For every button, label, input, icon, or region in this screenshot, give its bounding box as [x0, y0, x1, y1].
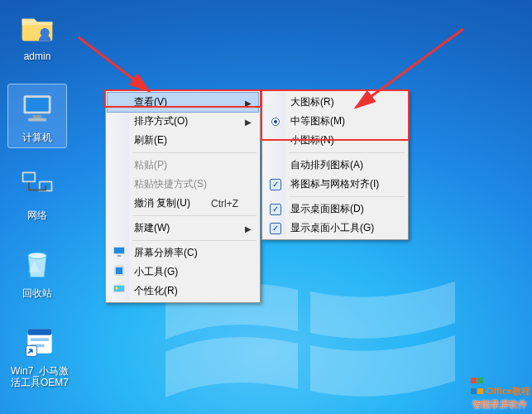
menu-item-label: 排序方式(O)	[134, 114, 188, 128]
user-folder-icon	[17, 7, 57, 46]
desktop-icon-label: admin	[8, 50, 66, 63]
svg-rect-19	[116, 267, 122, 274]
desktop-icon-computer[interactable]: 计算机	[8, 84, 66, 147]
desktop-icon-label: 回收站	[8, 286, 66, 300]
watermark-text: 智能录屏软件	[472, 398, 527, 411]
desktop[interactable]: admin 计算机 网络 回收站 Win7_小马激活工具OEM7 查看(V) ▶	[0, 0, 532, 414]
menu-item-label: 粘贴(P)	[134, 158, 167, 172]
submenu-item-small-icons[interactable]: 小图标(N)	[264, 131, 406, 150]
menu-item-label: 粘贴快捷方式(S)	[134, 177, 207, 191]
radio-checked-icon	[271, 118, 280, 126]
svg-rect-3	[33, 115, 42, 118]
watermark-logo-text: Office教程	[486, 386, 530, 396]
menu-separator	[289, 152, 405, 153]
submenu-item-medium-icons[interactable]: 中等图标(M)	[264, 112, 406, 131]
personalize-icon	[111, 283, 127, 299]
watermark-logo: Office教程	[471, 375, 530, 397]
menu-item-label: 新建(W)	[134, 221, 170, 235]
svg-rect-12	[31, 338, 49, 341]
menu-item-new[interactable]: 新建(W) ▶	[108, 219, 258, 238]
svg-point-9	[28, 253, 46, 258]
gadgets-icon	[111, 264, 127, 280]
svg-rect-16	[114, 248, 124, 253]
submenu-item-auto-arrange[interactable]: 自动排列图标(A)	[264, 156, 406, 175]
menu-item-undo-copy[interactable]: 撤消 复制(U) Ctrl+Z	[108, 194, 258, 213]
menu-item-shortcut: Ctrl+Z	[191, 198, 238, 209]
desktop-icon-shortcut[interactable]: Win7_小马激活工具OEM7	[8, 321, 71, 390]
desktop-icon-admin[interactable]: admin	[8, 7, 66, 63]
checkbox-checked-icon: ✓	[270, 204, 281, 215]
menu-item-label: 显示桌面图标(D)	[290, 202, 364, 216]
submenu-arrow-icon: ▶	[245, 117, 252, 126]
menu-item-resolution[interactable]: 屏幕分辨率(C)	[108, 243, 258, 262]
menu-item-label: 撤消 复制(U)	[134, 196, 190, 210]
svg-rect-11	[27, 329, 51, 335]
submenu-item-align-grid[interactable]: ✓ 将图标与网格对齐(I)	[264, 175, 406, 194]
menu-item-paste: 粘贴(P)	[108, 156, 258, 175]
svg-point-22	[116, 287, 118, 290]
checkbox-checked-icon: ✓	[270, 179, 281, 190]
menu-item-label: 查看(V)	[134, 95, 167, 109]
recycle-bin-icon	[17, 243, 57, 283]
menu-item-label: 小工具(G)	[134, 265, 178, 279]
svg-rect-4	[28, 118, 46, 122]
menu-item-personalize[interactable]: 个性化(R)	[108, 282, 258, 301]
submenu-item-show-gadgets[interactable]: ✓ 显示桌面小工具(G)	[264, 219, 406, 238]
menu-item-sort[interactable]: 排序方式(O) ▶	[108, 112, 258, 131]
menu-item-label: 个性化(R)	[134, 284, 178, 298]
submenu-item-show-icons[interactable]: ✓ 显示桌面图标(D)	[264, 200, 406, 219]
menu-item-label: 屏幕分辨率(C)	[134, 246, 198, 260]
application-icon	[20, 321, 60, 361]
desktop-icon-label: 计算机	[8, 131, 66, 144]
menu-item-refresh[interactable]: 刷新(E)	[108, 131, 258, 150]
network-icon	[17, 166, 57, 205]
menu-separator	[289, 196, 405, 197]
menu-separator	[132, 240, 256, 241]
desktop-icon-network[interactable]: 网络	[8, 166, 66, 222]
submenu-item-large-icons[interactable]: 大图标(R)	[264, 93, 406, 112]
annotation-arrow-icon	[74, 33, 174, 99]
svg-rect-6	[24, 173, 35, 181]
menu-item-paste-shortcut: 粘贴快捷方式(S)	[108, 175, 258, 194]
menu-item-label: 将图标与网格对齐(I)	[290, 177, 379, 191]
menu-item-view[interactable]: 查看(V) ▶	[108, 93, 258, 112]
monitor-icon	[111, 245, 127, 261]
svg-rect-17	[117, 255, 121, 257]
menu-item-label: 显示桌面小工具(G)	[290, 221, 374, 235]
checkbox-checked-icon: ✓	[270, 223, 281, 234]
svg-line-23	[79, 37, 149, 91]
menu-separator	[132, 152, 256, 153]
menu-item-label: 大图标(R)	[290, 95, 334, 109]
svg-rect-2	[26, 98, 49, 111]
submenu-arrow-icon: ▶	[245, 98, 252, 107]
menu-item-label: 中等图标(M)	[290, 114, 345, 128]
desktop-icon-label: 网络	[8, 209, 66, 222]
computer-icon	[17, 88, 57, 128]
menu-item-gadgets[interactable]: 小工具(G)	[108, 262, 258, 282]
view-submenu: 大图标(R) 中等图标(M) 小图标(N) 自动排列图标(A) ✓ 将图标与网格…	[261, 90, 409, 240]
desktop-icon-label: Win7_小马激活工具OEM7	[8, 364, 71, 390]
menu-separator	[132, 215, 256, 216]
desktop-icon-recycle-bin[interactable]: 回收站	[8, 243, 66, 300]
menu-item-label: 自动排列图标(A)	[290, 158, 363, 172]
submenu-arrow-icon: ▶	[245, 224, 252, 233]
menu-item-label: 刷新(E)	[134, 133, 167, 147]
menu-item-label: 小图标(N)	[290, 133, 334, 147]
desktop-context-menu: 查看(V) ▶ 排序方式(O) ▶ 刷新(E) 粘贴(P) 粘贴快捷方式(S) …	[105, 90, 261, 303]
